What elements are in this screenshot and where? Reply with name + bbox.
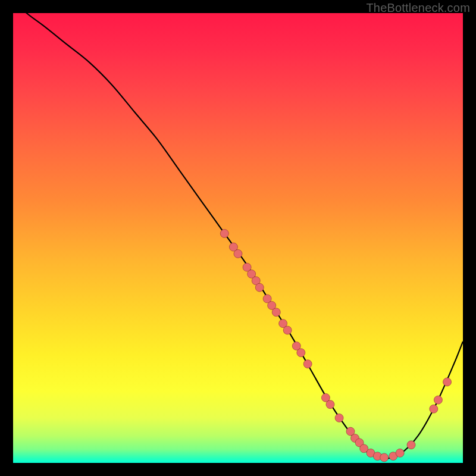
curve-marker-dot [396,449,404,457]
curve-data-markers [220,229,451,461]
curve-marker-dot [255,283,264,292]
watermark-text: TheBottleneck.com [366,1,470,15]
curve-marker-dot [443,378,452,386]
bottleneck-curve-line [13,13,463,459]
chart-plot-area [13,13,463,463]
curve-marker-dot [335,414,343,422]
curve-marker-dot [434,396,442,404]
curve-marker-dot [326,400,334,409]
curve-marker-dot [297,349,305,357]
curve-marker-dot [234,249,242,258]
curve-svg [13,13,463,463]
curve-marker-dot [407,441,415,449]
curve-marker-dot [272,308,280,317]
curve-marker-dot [283,326,292,334]
curve-marker-dot [430,405,438,413]
curve-marker-dot [303,360,312,368]
curve-marker-dot [380,453,389,462]
curve-marker-dot [220,229,228,237]
